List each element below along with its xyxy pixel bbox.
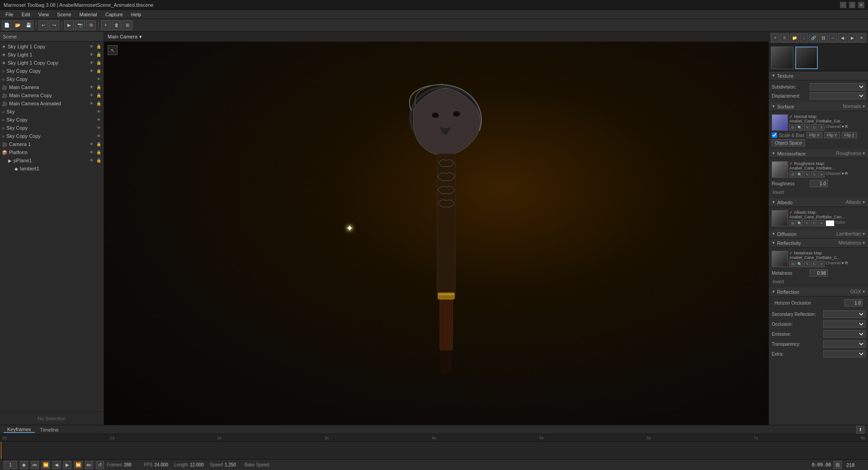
layer-button[interactable]: ⊞ xyxy=(123,20,132,30)
metalness-map-thumb[interactable] xyxy=(772,251,788,267)
occlusion-dropdown[interactable] xyxy=(823,320,865,328)
tree-item-sky-light-1[interactable]: ☀ Sky Light 1 👁 🔒 xyxy=(0,51,104,59)
viewport-background[interactable]: ✦ xyxy=(104,32,769,425)
albedo-reload-btn[interactable]: ↻ xyxy=(811,220,817,226)
lock-icon-3[interactable]: 🔒 xyxy=(95,60,102,66)
lock-icon-8[interactable]: 🔒 xyxy=(95,100,102,107)
normal-edit-btn[interactable]: ✎ xyxy=(804,124,810,131)
subdivision-dropdown[interactable] xyxy=(810,83,865,90)
horizon-occlusion-input[interactable] xyxy=(844,299,863,306)
metalness-remove-btn[interactable]: ✕ xyxy=(818,261,825,267)
unlink-button[interactable]: ⛓ xyxy=(819,33,827,42)
visibility-icon-7[interactable]: 👁 xyxy=(88,92,94,99)
normal-remove-btn[interactable]: ✕ xyxy=(818,124,825,131)
roughness-search-btn[interactable]: 🔍 xyxy=(797,171,803,178)
visibility-icon-11[interactable]: 👁 xyxy=(95,125,102,131)
roughness-value-input[interactable] xyxy=(810,180,828,187)
flip-x-button[interactable]: Flip X xyxy=(807,132,822,138)
object-space-button[interactable]: Object Space xyxy=(772,139,805,146)
tree-item-sky-copy-copy2[interactable]: ○ Sky Copy Copy 👁 xyxy=(0,132,104,140)
metalness-edit-btn[interactable]: ✎ xyxy=(804,261,810,267)
roughness-channel-value[interactable]: ▾ R xyxy=(842,171,848,178)
close-button[interactable]: ✕ xyxy=(858,2,864,8)
timeline-tab[interactable]: Timeline xyxy=(37,427,62,432)
add-material-button[interactable]: + xyxy=(771,33,779,42)
visibility-icon-12[interactable]: 👁 xyxy=(95,133,102,139)
visibility-icon-4[interactable]: 👁 xyxy=(88,68,94,74)
tool-select[interactable]: ↖ xyxy=(108,45,118,55)
metalness-channel-value[interactable]: ▾ R xyxy=(842,261,848,267)
chain-button[interactable]: ⛓ xyxy=(834,461,842,469)
render-button[interactable]: ▶ xyxy=(64,20,74,30)
menu-material[interactable]: Material xyxy=(76,10,101,19)
open-button[interactable]: 📂 xyxy=(13,20,23,30)
tree-item-main-camera[interactable]: 🎥 Main Camera 👁 🔒 xyxy=(0,83,104,91)
albedo-remove-btn[interactable]: ✕ xyxy=(818,220,825,226)
tree-item-sky-light-1-copy-copy[interactable]: ☀ Sky Light 1 Copy Copy 👁 🔒 xyxy=(0,59,104,67)
surface-section-header[interactable]: ▼ Surface Normals ▾ xyxy=(769,102,868,111)
visibility-icon-14[interactable]: 👁 xyxy=(88,149,94,155)
go-start-button[interactable]: ⏮ xyxy=(31,461,39,469)
play-button[interactable]: ▶ xyxy=(63,461,71,469)
roughness-remove-btn[interactable]: ✕ xyxy=(818,171,825,178)
keyframes-tab[interactable]: Keyframes xyxy=(4,427,35,433)
tree-item-main-camera-copy[interactable]: 🎥 Main Camera Copy 👁 🔒 xyxy=(0,91,104,99)
texture-section-header[interactable]: ▼ Texture xyxy=(769,71,868,80)
settings-button[interactable]: ⚙ xyxy=(86,20,96,30)
albedo-map-thumb[interactable] xyxy=(772,210,788,226)
lock-icon[interactable]: 🔒 xyxy=(95,43,102,50)
tree-item-sky-copy3[interactable]: ○ Sky Copy 👁 xyxy=(0,124,104,132)
new-button[interactable]: 📄 xyxy=(2,20,12,30)
prev-button[interactable]: ◀ xyxy=(838,33,847,42)
tree-item-sky-light-1-copy[interactable]: ☀ Sky Light 1 Copy 👁 🔒 xyxy=(0,42,104,51)
visibility-icon[interactable]: 👁 xyxy=(88,43,94,50)
frame-number-input[interactable] xyxy=(4,461,17,469)
maximize-button[interactable]: □ xyxy=(849,2,855,8)
roughness-map-thumb[interactable] xyxy=(772,161,788,178)
reflectivity-section-header[interactable]: ▼ Reflectivity Metalness ▾ xyxy=(769,239,868,248)
delete-button[interactable]: 🗑 xyxy=(112,20,122,30)
tree-item-sky-copy-copy[interactable]: ○ Sky Copy Copy 👁 🔒 xyxy=(0,67,104,75)
metalness-reload-btn[interactable]: ↻ xyxy=(811,261,817,267)
tree-item-lambert1[interactable]: ◆ lambert1 xyxy=(0,164,104,173)
menu-file[interactable]: File xyxy=(2,10,17,19)
menu-edit[interactable]: Edit xyxy=(18,10,34,19)
menu-view[interactable]: View xyxy=(35,10,53,19)
visibility-icon-9[interactable]: 👁 xyxy=(95,108,102,115)
albedo-search-btn[interactable]: 🔍 xyxy=(797,220,803,226)
swap-button[interactable]: ↔ xyxy=(829,33,837,42)
roughness-reload-btn[interactable]: ↻ xyxy=(811,171,817,178)
visibility-icon-6[interactable]: 👁 xyxy=(88,84,94,90)
folder-button[interactable]: 📁 xyxy=(790,33,799,42)
window-controls[interactable]: – □ ✕ xyxy=(840,2,864,8)
lock-icon-2[interactable]: 🔒 xyxy=(95,52,102,58)
add-button[interactable]: + xyxy=(101,20,111,30)
link-button[interactable]: 🔗 xyxy=(809,33,818,42)
redo-button[interactable]: ↪ xyxy=(49,20,59,30)
visibility-icon-8[interactable]: 👁 xyxy=(88,100,94,107)
tree-item-platform[interactable]: 📦 Platform 👁 🔒 xyxy=(0,148,104,156)
menu-capture[interactable]: Capture xyxy=(102,10,127,19)
loop-button[interactable]: ↺ xyxy=(96,461,104,469)
mat-thumb-1[interactable] xyxy=(771,47,793,69)
tree-item-sky[interactable]: ○ Sky 👁 xyxy=(0,108,104,116)
scale-bias-checkbox[interactable] xyxy=(772,132,777,138)
lock-icon-6[interactable]: 🔒 xyxy=(95,84,102,90)
normal-reload-btn[interactable]: ↻ xyxy=(811,124,817,131)
normal-search-btn[interactable]: 🔍 xyxy=(797,124,803,131)
set-keyframe-button[interactable]: ◆ xyxy=(20,461,28,469)
albedo-edit-btn[interactable]: ✎ xyxy=(804,220,810,226)
lock-icon-13[interactable]: 🔒 xyxy=(95,141,102,147)
timeline-tracks[interactable] xyxy=(0,442,868,459)
visibility-icon-15[interactable]: 👁 xyxy=(88,157,94,164)
albedo-color-swatch[interactable] xyxy=(826,220,835,226)
diffusion-section-header[interactable]: ▼ Diffusion Lambertian ▾ xyxy=(769,230,868,239)
roughness-edit-btn[interactable]: ✎ xyxy=(804,171,810,178)
albedo-settings-btn[interactable]: ⚙ xyxy=(789,220,796,226)
extra-dropdown[interactable] xyxy=(823,350,865,357)
microsurface-section-header[interactable]: ▼ Microsurface Roughness ▾ xyxy=(769,149,868,158)
displacement-dropdown[interactable] xyxy=(810,92,865,99)
import-button[interactable]: ↓ xyxy=(800,33,808,42)
tree-item-sky-copy[interactable]: ○ Sky Copy 👁 xyxy=(0,75,104,83)
go-prev-button[interactable]: ⏪ xyxy=(42,461,50,469)
